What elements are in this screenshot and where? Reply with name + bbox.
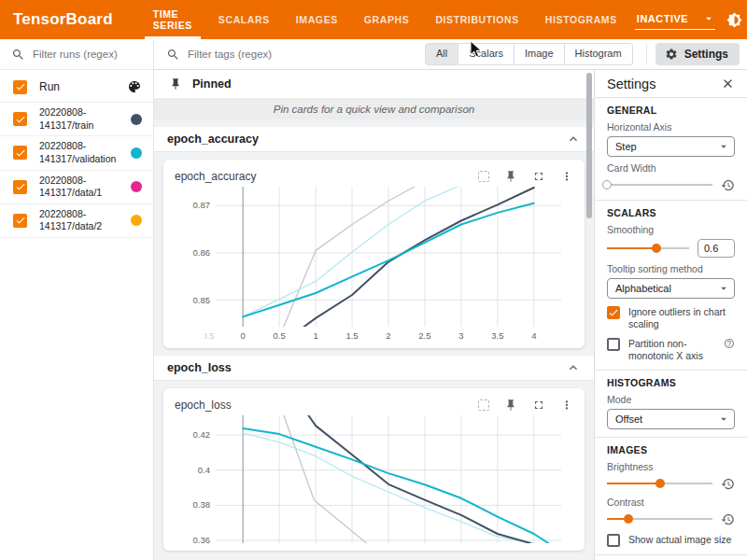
histogram-mode-dropdown[interactable]: Offset	[607, 409, 735, 429]
section-header-epoch-loss[interactable]: epoch_loss	[154, 356, 594, 381]
svg-text:0.5: 0.5	[274, 330, 286, 341]
smoothing-slider[interactable]	[607, 242, 689, 255]
close-icon[interactable]	[721, 77, 735, 91]
partition-x-axis-checkbox[interactable]: Partition non-monotonic X axis	[607, 338, 735, 362]
svg-text:0.85: 0.85	[193, 295, 211, 305]
scrollbar-thumb[interactable]	[586, 73, 592, 218]
svg-text:4: 4	[531, 330, 536, 341]
svg-text:0: 0	[241, 330, 246, 341]
run-row-0[interactable]: 20220808-141317/train	[0, 103, 153, 136]
checkbox-label: Ignore outliers in chart scaling	[628, 306, 735, 330]
run-color-dot[interactable]	[131, 147, 142, 159]
epoch-accuracy-chart[interactable]: 0.850.860.8700.511.522.533.54-0.54.5	[175, 187, 566, 343]
run-color-dot[interactable]	[131, 181, 142, 192]
settings-section-heading: SCALARS	[607, 207, 735, 218]
smoothing-value-input[interactable]	[698, 239, 735, 258]
settings-section-heading: IMAGES	[607, 444, 735, 455]
svg-text:-0.5: -0.5	[199, 330, 214, 341]
svg-text:4.5: 4.5	[564, 330, 566, 341]
pinned-title: Pinned	[192, 77, 232, 91]
svg-text:0.36: 0.36	[193, 535, 211, 545]
run-color-dot[interactable]	[131, 114, 142, 125]
contrast-slider[interactable]	[607, 512, 712, 525]
pin-card-icon[interactable]	[504, 399, 517, 412]
settings-label: Horizontal Axis	[607, 121, 735, 133]
content-scrollbar[interactable]	[585, 70, 594, 560]
horizontal-axis-dropdown[interactable]: Step	[607, 136, 735, 157]
dropdown-value: Alphabetical	[615, 283, 717, 294]
filter-tags-input[interactable]	[188, 49, 374, 60]
run-checkbox[interactable]	[13, 146, 27, 160]
reset-icon[interactable]	[721, 477, 735, 491]
ignore-outliers-checkbox[interactable]: Ignore outliers in chart scaling	[607, 306, 735, 330]
run-color-dot[interactable]	[131, 215, 142, 226]
search-icon	[166, 48, 180, 62]
more-options-icon[interactable]	[560, 399, 573, 412]
cards-scroll-area: Pinned Pin cards for a quick view and co…	[154, 70, 594, 560]
svg-text:1.5: 1.5	[345, 330, 358, 341]
tag-filter-scalars[interactable]: Scalars	[458, 43, 514, 64]
checkbox[interactable]	[607, 534, 620, 547]
svg-text:1: 1	[313, 330, 317, 341]
brightness-slider[interactable]	[607, 477, 712, 490]
series-20220808-141317-train	[304, 188, 534, 327]
fullscreen-icon[interactable]	[532, 170, 545, 183]
settings-button[interactable]: Settings	[655, 43, 740, 65]
svg-text:0.42: 0.42	[193, 429, 211, 440]
chevron-down-icon	[717, 413, 730, 426]
epoch-loss-chart[interactable]: 0.360.380.40.42	[175, 415, 566, 545]
checkbox[interactable]	[607, 338, 620, 351]
tab-distributions[interactable]: DISTRIBUTIONS	[427, 0, 527, 39]
brightness-icon[interactable]	[723, 7, 747, 32]
reset-icon[interactable]	[721, 178, 735, 192]
run-row-3[interactable]: 20220808-141317/data/2	[0, 204, 153, 238]
reload-status-dropdown[interactable]: INACTIVE	[635, 9, 715, 30]
tab-graphs[interactable]: GRAPHS	[356, 0, 418, 39]
more-options-icon[interactable]	[560, 170, 573, 183]
runs-sidebar: Run 20220808-141317/train20220808-141317…	[0, 39, 154, 560]
runs-header-row: Run	[0, 70, 153, 102]
chevron-down-icon	[717, 140, 730, 153]
filter-runs-field[interactable]	[0, 39, 153, 70]
tag-filter-all[interactable]: All	[425, 43, 458, 64]
tab-histograms[interactable]: HISTOGRAMS	[537, 0, 626, 39]
section-header-epoch-accuracy[interactable]: epoch_accuracy	[154, 127, 594, 152]
run-row-2[interactable]: 20220808-141317/data/1	[0, 171, 153, 204]
settings-section-general: GENERALHorizontal AxisStepCard Width	[595, 98, 747, 201]
tensorboard-app: TensorBoard TIME SERIESSCALARSIMAGESGRAP…	[0, 0, 747, 560]
filter-runs-input[interactable]	[33, 49, 135, 60]
select-all-runs-checkbox[interactable]	[13, 80, 27, 94]
tab-images[interactable]: IMAGES	[288, 0, 346, 39]
runs-list: 20220808-141317/train20220808-141317/val…	[0, 102, 153, 238]
pin-card-icon[interactable]	[504, 170, 517, 183]
settings-label: Card Width	[607, 162, 735, 174]
settings-gear-icon	[665, 48, 678, 61]
app-logo: TensorBoard	[13, 10, 113, 29]
run-label: 20220808-141317/validation	[39, 140, 131, 165]
run-checkbox[interactable]	[13, 180, 27, 194]
epoch-loss-card: epoch_loss 0.360.380.40.42	[163, 388, 585, 551]
chevron-up-icon[interactable]	[566, 360, 581, 375]
tab-scalars[interactable]: SCALARS	[210, 0, 278, 39]
reset-icon[interactable]	[721, 512, 735, 526]
tooltip-sorting-dropdown[interactable]: Alphabetical	[607, 278, 735, 299]
fit-to-data-icon[interactable]	[478, 171, 489, 182]
svg-text:0.86: 0.86	[193, 247, 211, 258]
run-checkbox[interactable]	[13, 112, 27, 126]
show-actual-image-size-checkbox[interactable]: Show actual image size	[607, 534, 735, 547]
run-checkbox[interactable]	[13, 214, 27, 228]
fullscreen-icon[interactable]	[532, 399, 545, 412]
card-width-slider[interactable]	[607, 178, 712, 191]
tab-time-series[interactable]: TIME SERIES	[145, 0, 201, 39]
card-title: epoch_loss	[175, 399, 463, 412]
pinned-hint: Pin cards for a quick view and compariso…	[154, 98, 594, 119]
tag-filter-histogram[interactable]: Histogram	[565, 43, 633, 64]
run-row-1[interactable]: 20220808-141317/validation	[0, 136, 153, 170]
tag-filter-image[interactable]: Image	[514, 43, 565, 64]
checkbox[interactable]	[607, 306, 620, 319]
palette-icon[interactable]	[127, 79, 142, 94]
filter-tags-field[interactable]	[166, 48, 425, 62]
fit-to-data-icon[interactable]	[478, 399, 489, 411]
chevron-up-icon[interactable]	[566, 132, 581, 147]
settings-label: Tooltip sorting method	[607, 263, 735, 274]
